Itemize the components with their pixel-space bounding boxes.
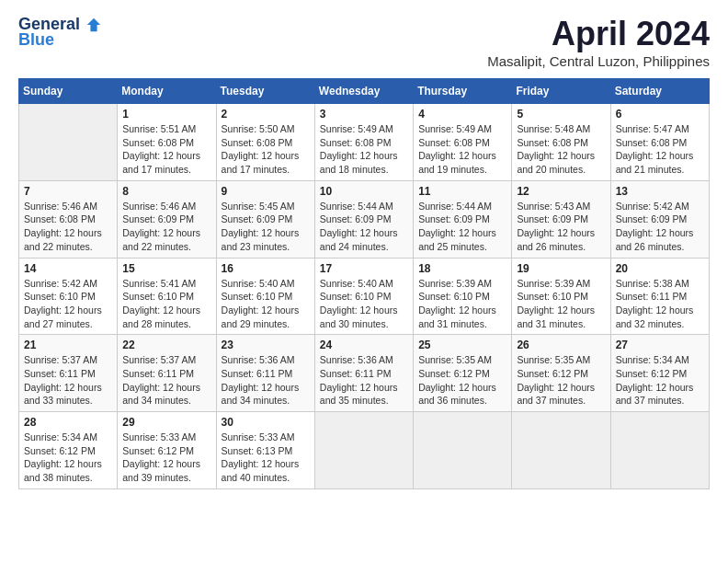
day-cell: 6Sunrise: 5:47 AMSunset: 6:08 PMDaylight… [610, 104, 709, 181]
day-cell: 22Sunrise: 5:37 AMSunset: 6:11 PMDayligh… [118, 335, 216, 412]
day-cell: 16Sunrise: 5:40 AMSunset: 6:10 PMDayligh… [216, 258, 314, 335]
day-number: 30 [222, 416, 310, 429]
day-info: Sunrise: 5:39 AMSunset: 6:10 PMDaylight:… [418, 277, 506, 331]
day-number: 6 [616, 108, 704, 121]
day-info: Sunrise: 5:34 AMSunset: 6:12 PMDaylight:… [24, 431, 112, 485]
day-number: 11 [418, 185, 506, 198]
day-number: 8 [122, 185, 210, 198]
day-info: Sunrise: 5:42 AMSunset: 6:10 PMDaylight:… [24, 277, 112, 331]
calendar-table: SundayMondayTuesdayWednesdayThursdayFrid… [18, 78, 710, 489]
day-number: 21 [24, 339, 112, 351]
day-info: Sunrise: 5:41 AMSunset: 6:10 PMDaylight:… [122, 277, 210, 331]
day-number: 7 [24, 185, 112, 198]
day-info: Sunrise: 5:39 AMSunset: 6:10 PMDaylight:… [517, 277, 605, 331]
day-number: 14 [24, 262, 112, 275]
day-cell: 11Sunrise: 5:44 AMSunset: 6:09 PMDayligh… [414, 180, 512, 258]
column-header-friday: Friday [512, 79, 610, 104]
logo-blue: Blue [18, 30, 54, 50]
location-title: Masalipit, Central Luzon, Philippines [487, 53, 710, 69]
day-number: 27 [616, 339, 704, 351]
day-number: 1 [122, 108, 210, 121]
day-info: Sunrise: 5:46 AMSunset: 6:08 PMDaylight:… [24, 200, 112, 254]
day-info: Sunrise: 5:45 AMSunset: 6:09 PMDaylight:… [222, 200, 310, 254]
column-header-sunday: Sunday [19, 79, 118, 104]
day-info: Sunrise: 5:36 AMSunset: 6:11 PMDaylight:… [320, 353, 408, 408]
column-header-wednesday: Wednesday [314, 79, 413, 104]
day-cell: 26Sunrise: 5:35 AMSunset: 6:12 PMDayligh… [512, 335, 610, 412]
day-number: 29 [122, 416, 210, 429]
day-cell: 15Sunrise: 5:41 AMSunset: 6:10 PMDayligh… [118, 258, 216, 335]
day-info: Sunrise: 5:49 AMSunset: 6:08 PMDaylight:… [418, 122, 506, 177]
column-header-monday: Monday [118, 79, 216, 104]
day-cell: 18Sunrise: 5:39 AMSunset: 6:10 PMDayligh… [414, 258, 512, 335]
day-cell: 25Sunrise: 5:35 AMSunset: 6:12 PMDayligh… [414, 335, 512, 412]
day-info: Sunrise: 5:49 AMSunset: 6:08 PMDaylight:… [320, 122, 408, 177]
day-number: 5 [517, 108, 605, 121]
day-info: Sunrise: 5:37 AMSunset: 6:11 PMDaylight:… [24, 353, 112, 408]
day-number: 9 [222, 185, 310, 198]
day-cell: 1Sunrise: 5:51 AMSunset: 6:08 PMDaylight… [118, 104, 216, 181]
week-row-5: 28Sunrise: 5:34 AMSunset: 6:12 PMDayligh… [19, 412, 710, 489]
week-row-4: 21Sunrise: 5:37 AMSunset: 6:11 PMDayligh… [19, 335, 710, 412]
day-cell: 20Sunrise: 5:38 AMSunset: 6:11 PMDayligh… [610, 258, 709, 335]
day-info: Sunrise: 5:47 AMSunset: 6:08 PMDaylight:… [616, 122, 704, 177]
day-number: 15 [122, 262, 210, 275]
header-row: SundayMondayTuesdayWednesdayThursdayFrid… [19, 79, 710, 104]
day-info: Sunrise: 5:44 AMSunset: 6:09 PMDaylight:… [418, 200, 506, 254]
logo: General Blue [18, 15, 102, 50]
day-cell: 12Sunrise: 5:43 AMSunset: 6:09 PMDayligh… [512, 180, 610, 258]
day-cell: 13Sunrise: 5:42 AMSunset: 6:09 PMDayligh… [610, 180, 709, 258]
day-cell: 4Sunrise: 5:49 AMSunset: 6:08 PMDaylight… [414, 104, 512, 181]
day-info: Sunrise: 5:43 AMSunset: 6:09 PMDaylight:… [517, 200, 605, 254]
day-cell: 2Sunrise: 5:50 AMSunset: 6:08 PMDaylight… [216, 104, 314, 181]
day-number: 4 [418, 108, 506, 121]
day-cell: 9Sunrise: 5:45 AMSunset: 6:09 PMDaylight… [216, 180, 314, 258]
day-number: 12 [517, 185, 605, 198]
day-number: 19 [517, 262, 605, 275]
title-area: April 2024 Masalipit, Central Luzon, Phi… [487, 15, 710, 69]
day-cell: 5Sunrise: 5:48 AMSunset: 6:08 PMDaylight… [512, 104, 610, 181]
day-info: Sunrise: 5:51 AMSunset: 6:08 PMDaylight:… [122, 122, 210, 177]
day-info: Sunrise: 5:50 AMSunset: 6:08 PMDaylight:… [222, 122, 310, 177]
day-number: 22 [122, 339, 210, 351]
day-number: 25 [418, 339, 506, 351]
day-cell [19, 104, 118, 181]
day-cell [414, 412, 512, 489]
day-number: 24 [320, 339, 408, 351]
column-header-thursday: Thursday [414, 79, 512, 104]
day-cell: 24Sunrise: 5:36 AMSunset: 6:11 PMDayligh… [314, 335, 413, 412]
day-info: Sunrise: 5:40 AMSunset: 6:10 PMDaylight:… [222, 277, 310, 331]
day-cell [512, 412, 610, 489]
day-cell: 10Sunrise: 5:44 AMSunset: 6:09 PMDayligh… [314, 180, 413, 258]
day-info: Sunrise: 5:36 AMSunset: 6:11 PMDaylight:… [222, 353, 310, 408]
page-header: General Blue April 2024 Masalipit, Centr… [18, 15, 710, 69]
month-title: April 2024 [487, 15, 710, 53]
day-info: Sunrise: 5:35 AMSunset: 6:12 PMDaylight:… [517, 353, 605, 408]
day-info: Sunrise: 5:37 AMSunset: 6:11 PMDaylight:… [122, 353, 210, 408]
svg-marker-0 [87, 18, 100, 31]
day-number: 26 [517, 339, 605, 351]
day-number: 2 [222, 108, 310, 121]
day-info: Sunrise: 5:33 AMSunset: 6:13 PMDaylight:… [222, 431, 310, 485]
column-header-tuesday: Tuesday [216, 79, 314, 104]
day-cell: 17Sunrise: 5:40 AMSunset: 6:10 PMDayligh… [314, 258, 413, 335]
day-number: 28 [24, 416, 112, 429]
day-cell: 7Sunrise: 5:46 AMSunset: 6:08 PMDaylight… [19, 180, 118, 258]
day-cell: 19Sunrise: 5:39 AMSunset: 6:10 PMDayligh… [512, 258, 610, 335]
day-number: 13 [616, 185, 704, 198]
day-cell: 29Sunrise: 5:33 AMSunset: 6:12 PMDayligh… [118, 412, 216, 489]
day-cell: 14Sunrise: 5:42 AMSunset: 6:10 PMDayligh… [19, 258, 118, 335]
day-cell: 3Sunrise: 5:49 AMSunset: 6:08 PMDaylight… [314, 104, 413, 181]
day-cell: 23Sunrise: 5:36 AMSunset: 6:11 PMDayligh… [216, 335, 314, 412]
week-row-2: 7Sunrise: 5:46 AMSunset: 6:08 PMDaylight… [19, 180, 710, 258]
day-info: Sunrise: 5:44 AMSunset: 6:09 PMDaylight:… [320, 200, 408, 254]
day-number: 23 [222, 339, 310, 351]
day-cell: 27Sunrise: 5:34 AMSunset: 6:12 PMDayligh… [610, 335, 709, 412]
column-header-saturday: Saturday [610, 79, 709, 104]
day-number: 17 [320, 262, 408, 275]
day-info: Sunrise: 5:48 AMSunset: 6:08 PMDaylight:… [517, 122, 605, 177]
day-info: Sunrise: 5:40 AMSunset: 6:10 PMDaylight:… [320, 277, 408, 331]
day-info: Sunrise: 5:46 AMSunset: 6:09 PMDaylight:… [122, 200, 210, 254]
day-cell [314, 412, 413, 489]
day-cell: 21Sunrise: 5:37 AMSunset: 6:11 PMDayligh… [19, 335, 118, 412]
